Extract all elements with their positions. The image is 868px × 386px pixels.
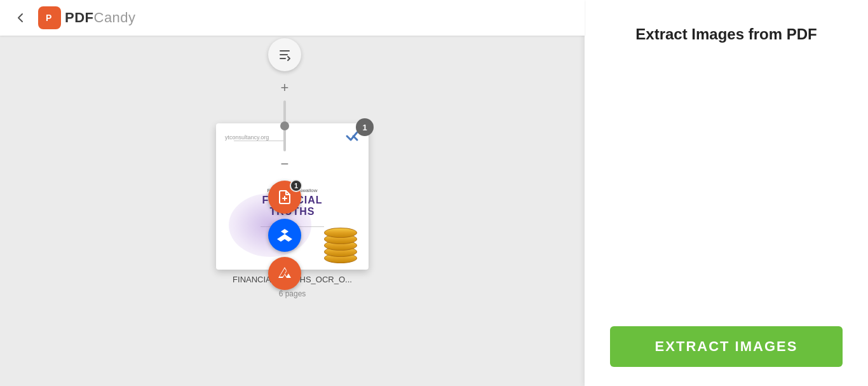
dropbox-button[interactable] <box>268 219 301 252</box>
panel-title: Extract Images from PDF <box>635 25 817 326</box>
zoom-out-button[interactable]: − <box>276 155 294 173</box>
upload-badge: 1 <box>290 179 302 192</box>
main-area: ytconsultancy.org Four Hard-To-Sw <box>0 0 585 386</box>
coin-5 <box>324 228 357 238</box>
right-panel: Extract Images from PDF EXTRACT IMAGES <box>585 0 868 386</box>
header: P PDFCandy <box>0 0 585 36</box>
zoom-slider-thumb <box>280 121 289 130</box>
coin-stack-icon <box>322 225 360 263</box>
logo-text: PDFCandy <box>65 10 136 26</box>
logo: P PDFCandy <box>38 6 136 29</box>
back-button[interactable] <box>10 8 31 28</box>
gdrive-button[interactable] <box>268 257 301 290</box>
upload-button[interactable]: 1 <box>268 181 301 214</box>
pdf-pages: 6 pages <box>279 289 306 298</box>
tools-sidebar: + − 1 <box>268 38 301 290</box>
page-number-badge: 1 <box>356 118 374 136</box>
zoom-slider-track <box>283 100 286 151</box>
sort-button[interactable] <box>268 38 301 71</box>
zoom-in-button[interactable]: + <box>276 79 294 97</box>
svg-text:P: P <box>46 13 51 23</box>
extract-images-button[interactable]: EXTRACT IMAGES <box>610 326 843 367</box>
zoom-controls: + − <box>276 79 294 173</box>
logo-icon: P <box>38 6 61 29</box>
